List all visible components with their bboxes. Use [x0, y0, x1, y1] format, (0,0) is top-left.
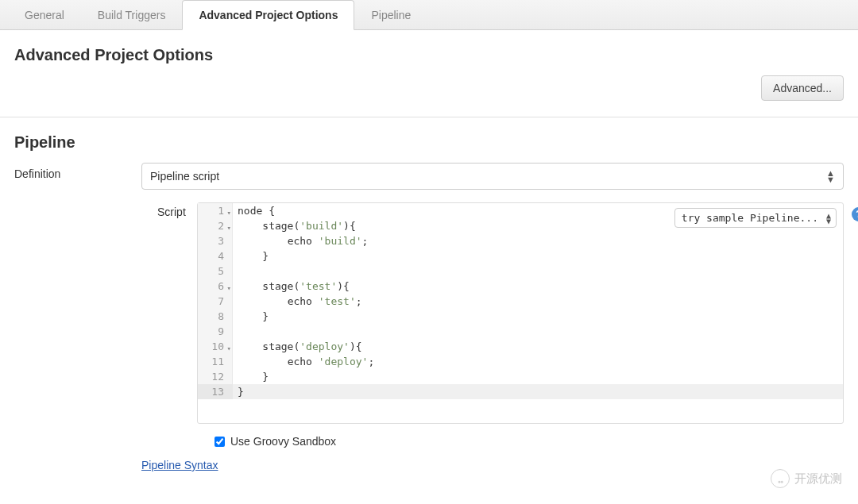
- line-number: 8: [198, 309, 233, 324]
- sample-caret-icon: ▲▼: [826, 213, 831, 224]
- code-content: }: [233, 384, 244, 399]
- code-content: echo 'deploy';: [233, 354, 374, 369]
- line-number: 7: [198, 294, 233, 309]
- line-number: 1▾: [198, 203, 233, 218]
- watermark-text: 开源优测: [794, 471, 842, 487]
- sample-select-value: try sample Pipeline...: [682, 212, 818, 224]
- content-area: Advanced Project Options Advanced... Pip…: [0, 30, 858, 500]
- editor-line[interactable]: 5: [198, 264, 843, 279]
- editor-line[interactable]: 6▾ stage('test'){: [198, 279, 843, 294]
- code-content: }: [233, 369, 269, 384]
- code-content: [233, 264, 262, 279]
- line-number: 4: [198, 248, 233, 264]
- editor-line[interactable]: 12 }: [198, 369, 843, 384]
- editor-blank: [198, 399, 843, 423]
- pipeline-syntax-row: Pipeline Syntax: [141, 459, 844, 471]
- watermark-icon: [771, 469, 790, 488]
- line-number: 6▾: [198, 279, 233, 294]
- definition-label: Definition: [14, 163, 141, 180]
- code-content: }: [233, 248, 269, 264]
- editor-line[interactable]: 10▾ stage('deploy'){: [198, 339, 843, 354]
- editor-line[interactable]: 11 echo 'deploy';: [198, 354, 843, 369]
- line-number: 9: [198, 324, 233, 339]
- sample-pipeline-select[interactable]: try sample Pipeline... ▲▼: [674, 208, 837, 228]
- script-spacer: [14, 202, 141, 207]
- definition-field: Pipeline script ▲▼: [141, 163, 844, 190]
- line-number: 3: [198, 233, 233, 248]
- code-content: echo 'test';: [233, 294, 362, 309]
- tab-build-triggers[interactable]: Build Triggers: [81, 0, 183, 30]
- editor-line[interactable]: 8 }: [198, 309, 843, 324]
- sandbox-label: Use Groovy Sandbox: [230, 435, 336, 448]
- line-number: 2▾: [198, 218, 233, 233]
- line-number: 12: [198, 369, 233, 384]
- code-content: stage('deploy'){: [233, 339, 362, 354]
- pipeline-syntax-link[interactable]: Pipeline Syntax: [141, 459, 218, 471]
- code-content: }: [233, 309, 269, 324]
- tab-advanced-project-options[interactable]: Advanced Project Options: [182, 0, 354, 30]
- select-caret-icon: ▲▼: [826, 170, 835, 183]
- definition-select[interactable]: Pipeline script ▲▼: [141, 163, 844, 190]
- code-content: echo 'build';: [233, 233, 368, 248]
- pipeline-heading: Pipeline: [14, 133, 844, 152]
- code-content: node {: [233, 203, 275, 218]
- advanced-button-row: Advanced...: [14, 75, 844, 117]
- script-editor[interactable]: 1▾node {2▾ stage('build'){3 echo 'build'…: [197, 202, 844, 424]
- code-content: stage('build'){: [233, 218, 356, 233]
- line-number: 11: [198, 354, 233, 369]
- tab-general[interactable]: General: [8, 0, 81, 30]
- line-number: 13: [198, 384, 233, 399]
- editor-line[interactable]: 7 echo 'test';: [198, 294, 843, 309]
- script-row: Script 1▾node {2▾ stage('build'){3 echo …: [141, 202, 844, 424]
- script-field: Script 1▾node {2▾ stage('build'){3 echo …: [141, 202, 844, 471]
- definition-select-value: Pipeline script: [150, 170, 219, 183]
- code-content: stage('test'){: [233, 279, 350, 294]
- line-number: 10▾: [198, 339, 233, 354]
- editor-line[interactable]: 3 echo 'build';: [198, 233, 843, 248]
- advanced-options-heading: Advanced Project Options: [14, 46, 844, 64]
- tab-pipeline[interactable]: Pipeline: [354, 0, 427, 30]
- sandbox-row: Use Groovy Sandbox: [214, 435, 844, 448]
- advanced-button[interactable]: Advanced...: [761, 75, 844, 101]
- code-content: [233, 324, 262, 339]
- sandbox-checkbox[interactable]: [214, 437, 225, 447]
- section-divider: [0, 117, 858, 117]
- editor-line[interactable]: 9: [198, 324, 843, 339]
- script-label: Script: [141, 202, 197, 218]
- editor-line[interactable]: 13}: [198, 384, 843, 399]
- definition-row: Definition Pipeline script ▲▼: [14, 163, 844, 190]
- watermark: 开源优测: [771, 469, 842, 488]
- tabs-bar: GeneralBuild TriggersAdvanced Project Op…: [0, 0, 858, 30]
- script-row-outer: Script 1▾node {2▾ stage('build'){3 echo …: [14, 202, 844, 471]
- line-number: 5: [198, 264, 233, 279]
- editor-line[interactable]: 4 }: [198, 248, 843, 264]
- help-icon[interactable]: ?: [852, 207, 858, 221]
